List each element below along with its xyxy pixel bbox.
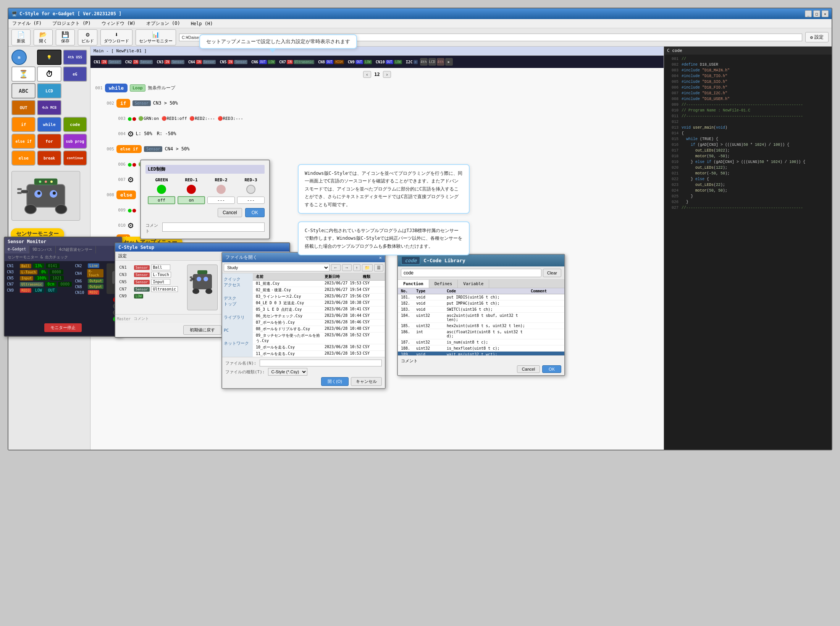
file-row-4[interactable]: 04_LE D 0 3 近送走.Csy2023/06/28 10:38CSY	[253, 300, 385, 307]
block-m[interactable]: m	[11, 50, 27, 65]
block-for[interactable]: for	[37, 134, 61, 149]
next-page-button[interactable]: ›	[383, 71, 391, 78]
open-button[interactable]: 📂 開く	[34, 29, 53, 45]
ccode-row-188[interactable]: 188.uint32is_hexfloat(uint8 t c);	[398, 345, 564, 352]
else-block-008[interactable]: else	[116, 190, 136, 199]
led-popup-cancel-button[interactable]: Cancel	[218, 208, 242, 217]
ccode-tab-defines[interactable]: Defines	[429, 280, 458, 288]
maximize-button[interactable]: □	[813, 10, 820, 17]
ccode-row-182[interactable]: 182.voidput IMPAC(uint16 t ch);	[398, 300, 564, 307]
build-button[interactable]: ⚙️ ビルド	[78, 29, 97, 45]
ccode-list[interactable]: 181.voidput IRDIS(uint16 t ch); 182.void…	[398, 294, 564, 355]
ccode-row-184[interactable]: 184.uint32asc2uint(uint8 t sbuf, uint32 …	[398, 313, 564, 323]
file-row-11[interactable]: 11_ポールを走る.Csy2023/06/28 10:53CSY	[253, 351, 385, 357]
file-row-3[interactable]: 03_ライントレース2.Csy2023/06/27 19:56CSY	[253, 294, 385, 300]
block-if[interactable]: if	[11, 117, 36, 132]
ccode-row-189[interactable]: 189.voidwait_ms(uint32 t wct);	[398, 352, 564, 355]
ccode-tab-variable[interactable]: Variable	[458, 280, 489, 288]
menu-project[interactable]: プロジェクト (P)	[50, 19, 93, 27]
block-continue[interactable]: continue	[63, 150, 87, 166]
while-block[interactable]: while	[105, 84, 128, 92]
file-row-5[interactable]: 05_3 L E D 点灯走.Csy2023/06/28 10:41CSY	[253, 307, 385, 313]
file-cancel-button[interactable]: キャンセル	[351, 377, 382, 386]
sm-tab-ultrasonic[interactable]: 4ch超音波センサー	[56, 246, 96, 253]
led-red3-select[interactable]: ---	[237, 197, 265, 204]
file-row-10[interactable]: 10_ポールを走る.Csy2023/06/28 10:52CSY	[253, 344, 385, 351]
block-4th[interactable]: 4ch MCB	[37, 100, 61, 115]
file-nav-library[interactable]: ライブラリ	[224, 315, 251, 320]
ccode-ok-button[interactable]: OK	[542, 365, 561, 373]
prev-page-button[interactable]: ‹	[363, 71, 372, 78]
download-button[interactable]: ⬇️ ダウンロード	[100, 29, 132, 45]
file-name-input[interactable]	[260, 360, 382, 366]
elseif-block-005[interactable]: else if	[116, 145, 142, 153]
block-abc[interactable]: ABC	[11, 83, 36, 98]
block-hourglass[interactable]: ⏳	[11, 66, 36, 82]
new-button[interactable]: 📄 新規	[11, 29, 31, 45]
block-clock[interactable]: ⏱	[37, 66, 61, 82]
sm-stop-button[interactable]: モニター停止	[44, 323, 82, 332]
ccode-row-183[interactable]: 183.voidSWITCl(uint16 t ch);	[398, 307, 564, 313]
file-row-9[interactable]: 09_タッチセンサを使ったボールを拾う.Csy2023/06/28 10:52C…	[253, 332, 385, 344]
ccode-clear-button[interactable]: Clear	[543, 269, 561, 277]
file-row-7[interactable]: 07_ボールを拾う.Csy2023/06/28 10:46CSY	[253, 319, 385, 326]
block-code[interactable]: code	[63, 117, 87, 132]
close-button[interactable]: ✕	[822, 10, 829, 17]
block-subprog[interactable]: sub prog	[63, 134, 87, 149]
file-row-8[interactable]: 08_ボールをドリブルする.Csy2023/06/28 10:48CSY	[253, 326, 385, 332]
settings-button[interactable]: ⚙️ 設定	[805, 32, 829, 42]
file-nav-desktop[interactable]: デスクトップ	[224, 295, 251, 307]
menu-file[interactable]: ファイル (F)	[10, 19, 44, 27]
ccode-tab-function[interactable]: Function	[398, 280, 429, 288]
file-close-icon[interactable]: ✕	[379, 255, 382, 260]
file-nav-network[interactable]: ネットワーク	[224, 340, 251, 346]
file-new-folder-button[interactable]: 📁	[362, 264, 373, 271]
file-back-button[interactable]: ←	[331, 264, 341, 271]
ccode-row-187[interactable]: 187.uint32is_num(uint8 t c);	[398, 339, 564, 345]
file-nav-pc[interactable]: PC	[224, 328, 251, 333]
sensor-monitor-title: Sensor Monitor	[5, 237, 121, 246]
block-lcd[interactable]: LCD	[37, 83, 61, 98]
setup-reset-button[interactable]: 初期値に戻す	[183, 325, 221, 335]
ccode-cancel-button[interactable]: Cancel	[517, 365, 540, 373]
ccode-row-186[interactable]: 186.intasc(float2int(uint8 t s, uint32 t…	[398, 329, 564, 339]
block-elseif[interactable]: else if	[11, 134, 36, 149]
led-green-select[interactable]: off	[148, 196, 175, 204]
block-while[interactable]: while	[37, 117, 61, 132]
block-4thuss[interactable]: 4th USS	[63, 50, 87, 65]
app-title: C-Style for e-Gadget [ Ver.20231205 ]	[19, 11, 121, 16]
ccode-search-input[interactable]	[401, 269, 541, 277]
sensor-monitor-toolbar-button[interactable]: 📊 センサーモニター	[136, 29, 176, 45]
led-red1-select[interactable]: on	[178, 196, 205, 204]
file-type-select[interactable]: C-Style (*.Csy)	[268, 368, 307, 376]
ccode-row-181[interactable]: 181.voidput IRDIS(uint16 t ch);	[398, 294, 564, 300]
sm-tab-9dcompass[interactable]: 9Dコンパス	[29, 246, 56, 253]
block-else[interactable]: else	[11, 150, 36, 166]
file-nav-quick[interactable]: クイックアクセス	[224, 276, 251, 288]
led-popup-ok-button[interactable]: OK	[245, 208, 265, 217]
file-open-button[interactable]: 開く(O)	[321, 377, 349, 386]
code-content[interactable]: 001// 002#define D18_USER 003#include "D…	[664, 55, 832, 450]
ccode-row-185[interactable]: 185.uint32hex2uint(uint8 t s, uint32 t l…	[398, 323, 564, 329]
file-row-6[interactable]: 06_光センサチェック.Csy2023/06/28 10:44CSY	[253, 313, 385, 319]
file-row-1[interactable]: 01_前進.Csy2023/06/27 19:53CSY	[253, 281, 385, 287]
file-list[interactable]: 01_前進.Csy2023/06/27 19:53CSY 02_前進・後退.Cs…	[253, 281, 385, 357]
block-eg[interactable]: eG	[63, 66, 87, 82]
file-forward-button[interactable]: →	[342, 264, 352, 271]
file-location-select[interactable]: Study	[224, 264, 330, 271]
minimize-button[interactable]: _	[805, 10, 812, 17]
file-view-button[interactable]: ☰	[374, 264, 383, 271]
if-block-002[interactable]: if	[116, 99, 130, 108]
menu-window[interactable]: ウィンドウ (W)	[99, 19, 138, 27]
led-red2-select[interactable]: ---	[207, 197, 235, 204]
popup-comment-input[interactable]	[162, 223, 265, 232]
sm-tab-egadget[interactable]: e-Gadget	[5, 246, 29, 253]
block-break[interactable]: break	[37, 150, 61, 166]
block-out[interactable]: OUT	[11, 100, 36, 115]
menu-options[interactable]: オプション (O)	[144, 19, 183, 27]
file-row-2[interactable]: 02_前進・後退.Csy2023/06/27 19:54CSY	[253, 287, 385, 294]
menu-help[interactable]: Help (H)	[189, 20, 215, 27]
save-button[interactable]: 💾 保存	[56, 29, 75, 45]
block-led[interactable]: 💡	[37, 50, 61, 65]
file-up-button[interactable]: ↑	[353, 264, 361, 271]
